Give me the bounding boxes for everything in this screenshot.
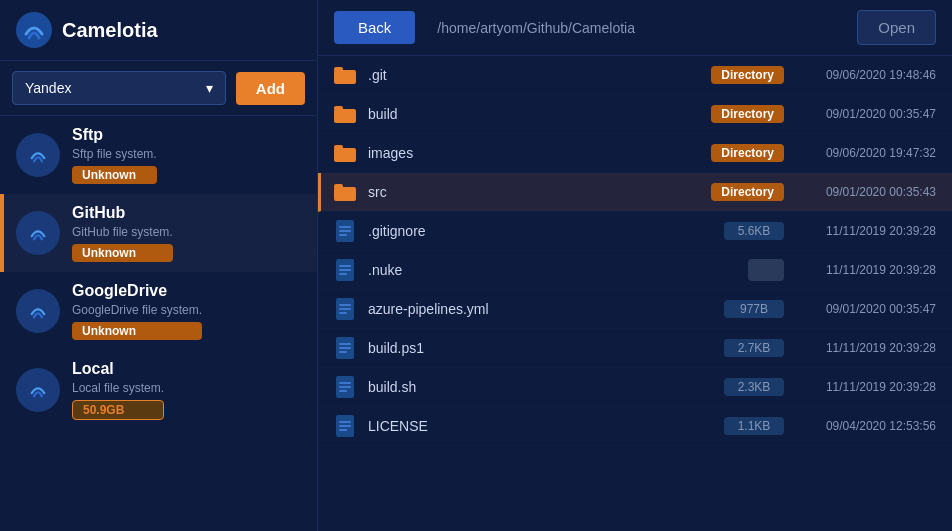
dir-badge: Directory [711,66,784,84]
item-name: Local [72,360,164,378]
file-name: azure-pipelines.yml [368,301,712,317]
svg-rect-11 [334,187,356,201]
item-desc: Sftp file system. [72,147,157,161]
back-button[interactable]: Back [334,11,415,44]
avatar [16,368,60,412]
file-timestamp: 11/11/2019 20:39:28 [796,224,936,238]
status-badge: 50.9GB [72,400,164,420]
folder-icon [334,103,356,125]
file-timestamp: 11/11/2019 20:39:28 [796,341,936,355]
table-row[interactable]: build.sh2.3KB11/11/2019 20:39:28 [318,368,952,407]
table-row[interactable]: srcDirectory09/01/2020 00:35:43 [318,173,952,212]
table-row[interactable]: azure-pipelines.yml977B09/01/2020 00:35:… [318,290,952,329]
size-badge: 2.7KB [724,339,784,357]
file-timestamp: 11/11/2019 20:39:28 [796,380,936,394]
item-desc: GoogleDrive file system. [72,303,202,317]
svg-rect-14 [339,226,351,228]
svg-rect-16 [339,234,347,236]
sidebar-header: Camelotia [0,0,317,61]
avatar [16,211,60,255]
table-row[interactable]: .nuke11/11/2019 20:39:28 [318,251,952,290]
status-badge: Unknown [72,322,202,340]
sidebar-item-googledrive[interactable]: GoogleDriveGoogleDrive file system.Unkno… [0,272,317,350]
file-name: src [368,184,699,200]
folder-icon [334,181,356,203]
svg-point-3 [24,297,52,325]
item-name: GoogleDrive [72,282,202,300]
file-timestamp: 09/01/2020 00:35:47 [796,302,936,316]
path-bar: /home/artyom/Github/Camelotia [425,12,847,44]
svg-rect-22 [339,304,351,306]
folder-icon [334,64,356,86]
svg-rect-27 [339,347,351,349]
table-row[interactable]: LICENSE1.1KB09/04/2020 12:53:56 [318,407,952,446]
file-timestamp: 09/06/2020 19:48:46 [796,68,936,82]
table-row[interactable]: .gitDirectory09/06/2020 19:48:46 [318,56,952,95]
dir-badge: Directory [711,105,784,123]
dir-badge: Directory [711,183,784,201]
status-badge: Unknown [72,166,157,184]
svg-rect-5 [334,70,356,84]
item-desc: GitHub file system. [72,225,173,239]
file-name: build [368,106,699,122]
item-info: SftpSftp file system.Unknown [72,126,157,184]
main-content: Back /home/artyom/Github/Camelotia Open … [318,0,952,531]
folder-icon [334,142,356,164]
svg-rect-35 [339,425,351,427]
chevron-down-icon: ▾ [206,80,213,96]
svg-rect-26 [339,343,351,345]
file-icon [334,415,356,437]
file-name: build.ps1 [368,340,712,356]
item-desc: Local file system. [72,381,164,395]
svg-rect-6 [334,67,343,72]
svg-point-4 [24,376,52,404]
svg-point-2 [24,219,52,247]
svg-rect-32 [339,390,347,392]
svg-rect-24 [339,312,347,314]
file-name: .gitignore [368,223,712,239]
svg-rect-31 [339,386,351,388]
svg-point-1 [24,141,52,169]
table-row[interactable]: build.ps12.7KB11/11/2019 20:39:28 [318,329,952,368]
svg-rect-36 [339,429,347,431]
status-badge: Unknown [72,244,173,262]
svg-rect-9 [334,148,356,162]
file-timestamp: 09/01/2020 00:35:47 [796,107,936,121]
svg-rect-34 [339,421,351,423]
provider-dropdown[interactable]: Yandex ▾ [12,71,226,105]
file-timestamp: 11/11/2019 20:39:28 [796,263,936,277]
sidebar-item-sftp[interactable]: SftpSftp file system.Unknown [0,116,317,194]
file-timestamp: 09/04/2020 12:53:56 [796,419,936,433]
logo-icon [16,12,52,48]
svg-rect-8 [334,106,343,111]
add-button[interactable]: Add [236,72,305,105]
sidebar-item-github[interactable]: GitHubGitHub file system.Unknown [0,194,317,272]
file-icon [334,376,356,398]
svg-rect-19 [339,269,351,271]
svg-rect-12 [334,184,343,189]
size-badge: 1.1KB [724,417,784,435]
size-badge-empty [748,259,784,281]
table-row[interactable]: buildDirectory09/01/2020 00:35:47 [318,95,952,134]
sidebar-items: SftpSftp file system.UnknownGitHubGitHub… [0,116,317,531]
file-timestamp: 09/06/2020 19:47:32 [796,146,936,160]
dir-badge: Directory [711,144,784,162]
svg-rect-28 [339,351,347,353]
file-icon [334,259,356,281]
app-title: Camelotia [62,19,158,42]
svg-rect-30 [339,382,351,384]
item-name: GitHub [72,204,173,222]
sidebar-item-local[interactable]: LocalLocal file system.50.9GB [0,350,317,430]
svg-point-0 [16,12,52,48]
svg-rect-7 [334,109,356,123]
item-info: GitHubGitHub file system.Unknown [72,204,173,262]
table-row[interactable]: .gitignore5.6KB11/11/2019 20:39:28 [318,212,952,251]
item-info: GoogleDriveGoogleDrive file system.Unkno… [72,282,202,340]
file-icon [334,298,356,320]
file-icon [334,337,356,359]
file-list: .gitDirectory09/06/2020 19:48:46 buildDi… [318,56,952,531]
size-badge: 2.3KB [724,378,784,396]
open-button[interactable]: Open [857,10,936,45]
table-row[interactable]: imagesDirectory09/06/2020 19:47:32 [318,134,952,173]
svg-rect-10 [334,145,343,150]
